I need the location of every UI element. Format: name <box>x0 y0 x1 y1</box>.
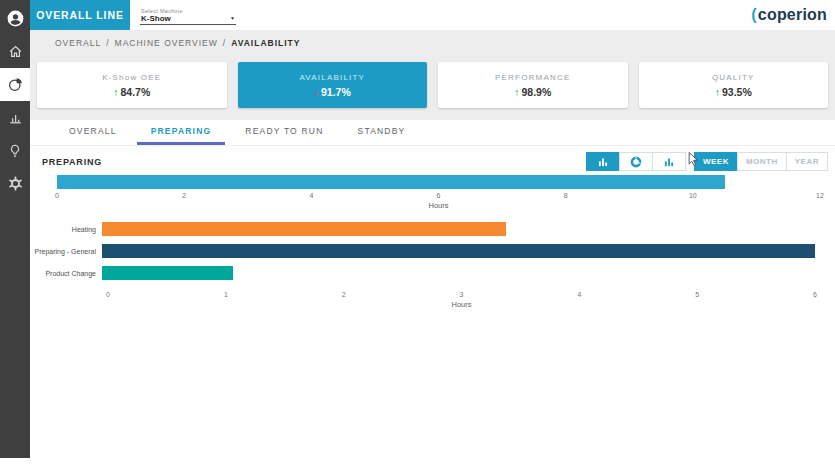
chart-row-preparing-general: Preparing - General <box>30 244 815 258</box>
trend-down-icon: ↓ <box>314 86 319 98</box>
trend-up-icon: ↑ <box>715 86 720 98</box>
bar-chart-icon <box>7 109 24 126</box>
lightbulb-icon <box>7 143 23 159</box>
logo-text: coperion <box>758 6 827 23</box>
trend-up-icon: ↑ <box>514 86 519 98</box>
bar-chart-alt-view-button[interactable] <box>652 152 686 171</box>
main-panel: OVERALL PREPARING READY TO RUN STANDBY P… <box>30 120 835 470</box>
section-header: PREPARING <box>30 146 835 173</box>
machine-select[interactable]: Select Machine K-Show ▼ <box>140 6 236 25</box>
breadcrumb-overall[interactable]: OVERALL <box>55 38 101 48</box>
chart-type-toggle <box>587 152 686 171</box>
product-change-bar <box>102 266 233 280</box>
sidebar <box>0 0 30 458</box>
kpi-label: QUALITY <box>712 73 755 82</box>
app-window: OVERALL LINE Select Machine K-Show ▼ (co… <box>0 0 835 470</box>
chart-controls: WEEK MONTH YEAR <box>587 152 828 171</box>
chart-row-heating: Heating <box>30 222 815 236</box>
sidebar-item-machine-status[interactable] <box>0 68 30 101</box>
top-bar: OVERALL LINE Select Machine K-Show ▼ (co… <box>30 0 835 30</box>
x-axis: 0123456 Hours <box>30 288 815 309</box>
sidebar-item-reports[interactable] <box>0 101 30 134</box>
time-range-toggle: WEEK MONTH YEAR <box>695 152 828 171</box>
tab-preparing[interactable]: PREPARING <box>137 120 226 145</box>
x-axis-label: Hours <box>108 300 815 309</box>
preparing-breakdown-chart: Heating Preparing - General Product Chan… <box>30 222 815 309</box>
kpi-value: ↓91.7% <box>314 86 351 98</box>
breadcrumb-separator: / <box>106 38 109 48</box>
kpi-row: K-Show OEE ↑84.7% AVAILABILITY ↓91.7% PE… <box>30 57 835 120</box>
kpi-card-oee[interactable]: K-Show OEE ↑84.7% <box>37 62 227 108</box>
chart-row-product-change: Product Change <box>30 266 815 280</box>
bar-chart-icon <box>596 155 610 169</box>
range-year-button[interactable]: YEAR <box>786 152 828 171</box>
section-title: PREPARING <box>42 157 102 167</box>
preparing-general-bar <box>102 244 815 258</box>
kpi-label: PERFORMANCE <box>495 73 570 82</box>
sidebar-item-home[interactable] <box>0 35 30 68</box>
sidebar-item-settings[interactable] <box>0 167 30 200</box>
pie-chart-icon <box>7 76 24 93</box>
machine-select-value: K-Show <box>141 14 171 23</box>
sidebar-item-insights[interactable] <box>0 134 30 167</box>
kpi-label: AVAILABILITY <box>299 73 365 82</box>
breadcrumb-machine-overview[interactable]: MACHINE OVERVIEW <box>115 38 218 48</box>
category-label: Heating <box>30 226 102 233</box>
gear-icon <box>7 175 24 192</box>
range-month-button[interactable]: MONTH <box>737 152 787 171</box>
kpi-card-availability[interactable]: AVAILABILITY ↓91.7% <box>238 62 428 108</box>
bar-chart-view-button[interactable] <box>586 152 620 171</box>
preparing-total-chart: 024681012 Hours <box>57 175 820 210</box>
breadcrumb: OVERALL/MACHINE OVERVIEW/AVAILABILITY <box>30 30 835 57</box>
x-axis-ticks: 0123456 <box>108 288 815 300</box>
tab-ready-to-run[interactable]: READY TO RUN <box>231 120 337 145</box>
preparing-total-bar <box>57 175 725 189</box>
tab-standby[interactable]: STANDBY <box>344 120 420 145</box>
bar-chart-icon <box>662 155 676 169</box>
chart-plot-area <box>57 175 820 189</box>
kpi-value: ↑98.9% <box>514 86 551 98</box>
sidebar-item-user[interactable] <box>0 2 30 35</box>
kpi-value: ↑93.5% <box>715 86 752 98</box>
x-axis-ticks: 024681012 <box>57 189 820 201</box>
home-icon <box>7 43 24 60</box>
chevron-down-icon: ▼ <box>230 15 235 21</box>
kpi-card-performance[interactable]: PERFORMANCE ↑98.9% <box>438 62 628 108</box>
doughnut-chart-icon <box>629 155 643 169</box>
trend-up-icon: ↑ <box>113 86 118 98</box>
tab-overall[interactable]: OVERALL <box>55 120 131 145</box>
doughnut-chart-view-button[interactable] <box>619 152 653 171</box>
kpi-label: K-Show OEE <box>102 73 161 82</box>
breadcrumb-separator: / <box>223 38 226 48</box>
kpi-card-quality[interactable]: QUALITY ↑93.5% <box>639 62 829 108</box>
category-label: Preparing - General <box>30 248 102 255</box>
user-icon <box>6 9 25 28</box>
breadcrumb-availability: AVAILABILITY <box>231 38 300 48</box>
range-week-button[interactable]: WEEK <box>694 152 738 171</box>
kpi-value: ↑84.7% <box>113 86 150 98</box>
coperion-logo: (coperion <box>751 6 827 24</box>
x-axis-label: Hours <box>57 201 820 210</box>
category-label: Product Change <box>30 270 102 277</box>
logo-swoosh-icon: ( <box>751 6 757 23</box>
heating-bar <box>102 222 506 236</box>
tab-bar: OVERALL PREPARING READY TO RUN STANDBY <box>30 120 835 146</box>
overall-line-button[interactable]: OVERALL LINE <box>30 0 130 30</box>
